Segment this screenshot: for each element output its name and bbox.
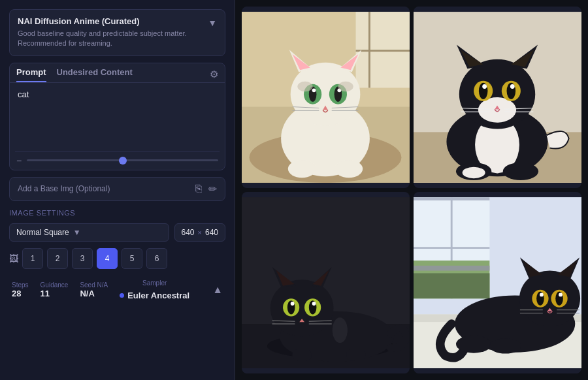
size-preset-label: Normal Square xyxy=(16,228,69,237)
svg-rect-72 xyxy=(346,349,365,360)
steps-stat: Steps 28 xyxy=(12,281,29,298)
prompt-tab-bar: Prompt Undesired Content ⚙ xyxy=(10,63,225,83)
seed-stat-value: N/A xyxy=(80,289,108,298)
model-description: Good baseline quality and predictable su… xyxy=(18,29,188,49)
size-preset-selector[interactable]: Normal Square ▼ xyxy=(9,223,169,242)
steps-stat-value: 28 xyxy=(12,289,29,298)
guidance-stat-value: 11 xyxy=(41,289,69,298)
svg-rect-80 xyxy=(414,273,489,298)
prompt-slider-row: − xyxy=(10,151,225,170)
height-value: 640 xyxy=(205,228,218,237)
base-image-row[interactable]: Add a Base Img (Optional) ⎘ ✏ xyxy=(9,177,225,201)
sampler-stat-value: Euler Ancestral xyxy=(127,291,189,300)
tab-prompt[interactable]: Prompt xyxy=(16,67,46,82)
model-chevron-icon: ▼ xyxy=(208,18,217,28)
image-grid xyxy=(235,0,588,380)
copy-image-icon[interactable]: ⎘ xyxy=(195,183,202,195)
prompt-tabs-group: Prompt Undesired Content xyxy=(16,67,133,82)
left-panel: NAI Diffusion Anime (Curated) Good basel… xyxy=(0,0,235,380)
sampler-dot-icon xyxy=(120,293,124,298)
svg-rect-2 xyxy=(356,12,410,87)
prompt-weight-slider[interactable] xyxy=(27,159,218,161)
svg-point-50 xyxy=(463,167,485,178)
dimensions-box: 640 × 640 xyxy=(174,223,226,242)
steps-stat-label: Steps xyxy=(12,281,29,289)
image-settings-label: Image Settings xyxy=(9,209,225,217)
svg-point-94 xyxy=(540,293,544,297)
svg-rect-3 xyxy=(368,12,370,87)
svg-point-85 xyxy=(519,271,580,326)
svg-rect-71 xyxy=(293,349,312,360)
svg-point-101 xyxy=(456,335,491,353)
svg-point-102 xyxy=(489,338,521,353)
step-btn-1[interactable]: 1 xyxy=(22,248,43,269)
seed-stat-label: Seed N/A xyxy=(80,281,108,289)
footer-stats: Steps 28 Guidance 11 Seed N/A N/A Sample… xyxy=(9,276,225,300)
svg-point-49 xyxy=(503,163,538,180)
image-cell-2[interactable] xyxy=(414,7,581,188)
dimension-x-separator: × xyxy=(198,229,202,236)
step-btn-5[interactable]: 5 xyxy=(122,248,142,269)
steps-row: 🖼 1 2 3 4 5 6 xyxy=(9,248,225,269)
svg-rect-81 xyxy=(414,266,489,271)
sampler-stat: Sampler Euler Ancestral xyxy=(120,279,189,300)
svg-point-23 xyxy=(297,82,312,92)
prompt-settings-icon[interactable]: ⚙ xyxy=(210,69,218,80)
image-cell-1[interactable] xyxy=(242,7,410,188)
steps-icon: 🖼 xyxy=(9,253,18,264)
svg-point-16 xyxy=(312,88,316,92)
width-value: 640 xyxy=(182,228,195,237)
svg-point-65 xyxy=(312,302,316,306)
image-cell-3[interactable] xyxy=(242,192,410,373)
base-image-label: Add a Base Img (Optional) xyxy=(18,184,110,193)
model-info: NAI Diffusion Anime (Curated) Good basel… xyxy=(18,16,188,49)
image-settings-row: Normal Square ▼ 640 × 640 xyxy=(9,223,225,242)
prompt-textarea[interactable]: cat xyxy=(10,83,225,148)
svg-point-36 xyxy=(478,97,516,123)
model-name: NAI Diffusion Anime (Curated) xyxy=(18,16,188,26)
expand-button[interactable]: ▲ xyxy=(212,284,223,296)
svg-point-95 xyxy=(559,293,563,297)
prompt-minus-icon[interactable]: − xyxy=(16,155,22,166)
guidance-stat: Guidance 11 xyxy=(41,281,69,298)
step-btn-4[interactable]: 4 xyxy=(97,248,118,269)
prompt-container: Prompt Undesired Content ⚙ cat − xyxy=(9,63,225,170)
step-btn-6[interactable]: 6 xyxy=(146,248,167,269)
svg-rect-4 xyxy=(356,50,410,52)
svg-point-64 xyxy=(291,302,295,306)
svg-point-7 xyxy=(291,63,361,126)
model-selector[interactable]: NAI Diffusion Anime (Curated) Good basel… xyxy=(9,9,225,56)
guidance-stat-label: Guidance xyxy=(41,281,69,289)
base-image-icons: ⎘ ✏ xyxy=(195,183,217,195)
svg-point-41 xyxy=(482,84,487,89)
svg-point-25 xyxy=(288,160,316,178)
size-chevron-icon: ▼ xyxy=(73,228,81,237)
step-btn-3[interactable]: 3 xyxy=(72,248,93,269)
svg-point-73 xyxy=(333,317,348,343)
svg-point-24 xyxy=(338,82,353,92)
sampler-stat-label: Sampler xyxy=(142,279,167,287)
image-cell-4[interactable] xyxy=(414,192,581,373)
svg-point-55 xyxy=(270,279,334,336)
edit-image-icon[interactable]: ✏ xyxy=(208,183,217,195)
svg-point-42 xyxy=(510,84,515,89)
svg-point-26 xyxy=(335,160,363,178)
tab-undesired[interactable]: Undesired Content xyxy=(57,67,133,82)
seed-stat: Seed N/A N/A xyxy=(80,281,108,298)
step-btn-2[interactable]: 2 xyxy=(47,248,68,269)
